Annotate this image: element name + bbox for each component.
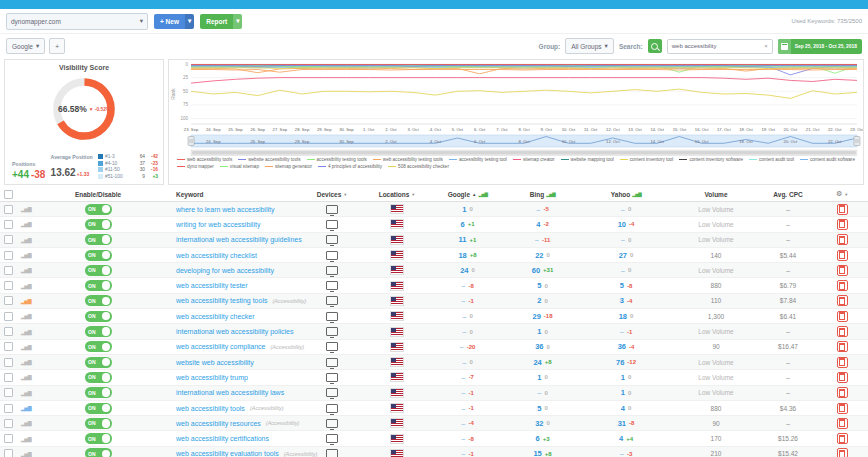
table-settings-button[interactable]: ⚙▼ <box>816 190 868 198</box>
legend-item[interactable]: website mapping tool <box>561 157 614 162</box>
row-checkbox[interactable] <box>4 449 13 457</box>
keyword-chart-icon[interactable]: ▂▅▇ <box>21 313 31 319</box>
delete-keyword-button[interactable] <box>837 234 848 245</box>
row-checkbox[interactable] <box>4 296 13 305</box>
legend-item[interactable]: accessibility testing tool <box>449 157 507 162</box>
keyword-chart-icon[interactable]: ▂▅▇ <box>21 206 31 212</box>
keyword-link[interactable]: web accessibility resources <box>176 420 261 427</box>
delete-keyword-button[interactable] <box>837 295 848 306</box>
delete-keyword-button[interactable] <box>837 418 848 429</box>
keyword-chart-icon[interactable]: ▂▅▇ <box>21 237 31 243</box>
enable-toggle[interactable]: ON <box>85 311 112 322</box>
delete-keyword-button[interactable] <box>837 280 848 291</box>
row-checkbox[interactable] <box>4 419 13 428</box>
keyword-chart-icon[interactable]: ▂▅▇ <box>21 221 31 227</box>
col-bing[interactable]: Bing▂▅▇ <box>505 191 580 198</box>
add-engine-button[interactable]: + <box>49 38 65 54</box>
keyword-link[interactable]: international web accessibility guidelin… <box>176 236 302 243</box>
delete-keyword-button[interactable] <box>837 311 848 322</box>
legend-item[interactable]: web accessibility tools <box>177 157 232 162</box>
report-button[interactable]: Report <box>200 14 233 29</box>
legend-item[interactable]: content audit tool <box>749 157 794 162</box>
col-devices[interactable]: Devices▼ <box>300 191 364 198</box>
keyword-link[interactable]: where to learn web accessibility <box>176 206 274 213</box>
search-input[interactable]: web accessibility × <box>667 39 773 54</box>
domain-select[interactable]: dynomapper.com ▾ <box>6 13 148 30</box>
keyword-chart-icon[interactable]: ▂▅▇ <box>21 390 31 396</box>
keyword-link[interactable]: website web accessibility <box>176 359 254 366</box>
row-checkbox[interactable] <box>4 251 13 260</box>
select-all-checkbox[interactable] <box>4 190 13 199</box>
legend-item[interactable]: content inventory tool <box>620 157 674 162</box>
legend-item[interactable]: content audit software <box>800 157 855 162</box>
legend-item[interactable]: sitemap creator <box>513 157 555 162</box>
keyword-chart-icon[interactable]: ▂▅▇ <box>21 374 31 380</box>
row-checkbox[interactable] <box>4 235 13 244</box>
enable-toggle[interactable]: ON <box>85 433 112 444</box>
enable-toggle[interactable]: ON <box>85 295 112 306</box>
row-checkbox[interactable] <box>4 312 13 321</box>
col-yahoo[interactable]: Yahoo▂▅▇ <box>580 191 672 198</box>
enable-toggle[interactable]: ON <box>85 372 112 383</box>
enable-toggle[interactable]: ON <box>85 265 112 276</box>
keyword-chart-icon[interactable]: ▂▅▇ <box>21 344 31 350</box>
keyword-link[interactable]: web accessibility evaluation tools <box>176 450 279 457</box>
enable-toggle[interactable]: ON <box>85 448 112 457</box>
legend-item[interactable]: dyno mapper <box>177 164 214 169</box>
keyword-chart-icon[interactable]: ▂▅▇ <box>21 436 31 442</box>
col-locations[interactable]: Locations▼ <box>364 191 430 198</box>
keyword-link[interactable]: writing for web accessibility <box>176 221 260 228</box>
enable-toggle[interactable]: ON <box>85 250 112 261</box>
delete-keyword-button[interactable] <box>837 448 848 457</box>
enable-toggle[interactable]: ON <box>85 403 112 414</box>
keyword-chart-icon[interactable]: ▂▅▇ <box>21 420 31 426</box>
legend-item[interactable]: content inventory software <box>679 157 743 162</box>
row-checkbox[interactable] <box>4 266 13 275</box>
enable-toggle[interactable]: ON <box>85 341 112 352</box>
keyword-chart-icon[interactable]: ▂▅▇ <box>21 298 31 304</box>
keyword-link[interactable]: web accessibility trump <box>176 374 248 381</box>
keyword-chart-icon[interactable]: ▂▅▇ <box>21 329 31 335</box>
row-checkbox[interactable] <box>4 327 13 336</box>
row-checkbox[interactable] <box>4 434 13 443</box>
keyword-chart-icon[interactable]: ▂▅▇ <box>21 252 31 258</box>
keyword-chart-icon[interactable]: ▂▅▇ <box>21 405 31 411</box>
delete-keyword-button[interactable] <box>837 341 848 352</box>
keyword-link[interactable]: web accessibility checker <box>176 313 255 320</box>
enable-toggle[interactable]: ON <box>85 219 112 230</box>
row-checkbox[interactable] <box>4 388 13 397</box>
delete-keyword-button[interactable] <box>837 372 848 383</box>
enable-toggle[interactable]: ON <box>85 387 112 398</box>
enable-toggle[interactable]: ON <box>85 280 112 291</box>
row-checkbox[interactable] <box>4 342 13 351</box>
clear-search-icon[interactable]: × <box>764 43 768 49</box>
legend-item[interactable]: 508 accessibility checker <box>388 164 449 169</box>
enable-toggle[interactable]: ON <box>85 326 112 337</box>
delete-keyword-button[interactable] <box>837 433 848 444</box>
navigator-handle[interactable] <box>854 137 860 146</box>
delete-keyword-button[interactable] <box>837 265 848 276</box>
keyword-link[interactable]: international web accessibility policies <box>176 328 294 335</box>
keyword-link[interactable]: web accessibility tester <box>176 282 248 289</box>
keyword-chart-icon[interactable]: ▂▅▇ <box>21 283 31 289</box>
search-button[interactable] <box>648 39 662 53</box>
legend-item[interactable]: website accessibility tools <box>238 157 300 162</box>
keyword-chart-icon[interactable]: ▂▅▇ <box>21 451 31 457</box>
keyword-chart-icon[interactable]: ▂▅▇ <box>21 359 31 365</box>
new-dropdown-caret-icon[interactable]: ▾ <box>185 14 194 29</box>
navigator-handle[interactable] <box>188 137 194 146</box>
rank-history-chart[interactable]: 0255075100Rank23. Sep24. Sep25. Sep26. S… <box>169 60 863 156</box>
enable-toggle[interactable]: ON <box>85 357 112 368</box>
keyword-link[interactable]: web accessibility certifications <box>176 435 269 442</box>
keyword-link[interactable]: developing for web accessibility <box>176 267 274 274</box>
row-checkbox[interactable] <box>4 358 13 367</box>
keyword-chart-icon[interactable]: ▂▅▇ <box>21 267 31 273</box>
row-checkbox[interactable] <box>4 404 13 413</box>
legend-item[interactable]: web accessibility testing tools <box>373 157 443 162</box>
row-checkbox[interactable] <box>4 220 13 229</box>
delete-keyword-button[interactable] <box>837 204 848 215</box>
delete-keyword-button[interactable] <box>837 219 848 230</box>
delete-keyword-button[interactable] <box>837 357 848 368</box>
new-button[interactable]: + New <box>154 14 185 29</box>
keyword-link[interactable]: web accessibility compliance <box>176 343 265 350</box>
